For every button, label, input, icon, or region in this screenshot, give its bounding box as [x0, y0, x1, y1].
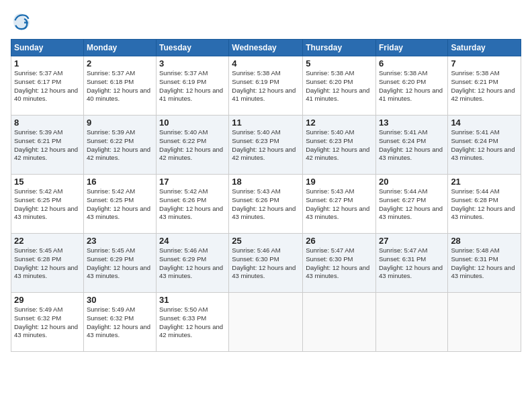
day-number: 17 — [159, 177, 226, 187]
calendar-cell: 31 Sunrise: 5:50 AM Sunset: 6:33 PM Dayl… — [157, 293, 229, 352]
calendar-table: SundayMondayTuesdayWednesdayThursdayFrid… — [11, 39, 521, 352]
calendar-cell: 29 Sunrise: 5:49 AM Sunset: 6:32 PM Dayl… — [11, 293, 84, 352]
day-info: Sunrise: 5:50 AM Sunset: 6:33 PM Dayligh… — [159, 306, 226, 340]
day-info: Sunrise: 5:39 AM Sunset: 6:21 PM Dayligh… — [14, 128, 81, 163]
calendar-cell: 15 Sunrise: 5:42 AM Sunset: 6:25 PM Dayl… — [11, 175, 84, 234]
day-header-sunday: Sunday — [11, 40, 84, 56]
day-number: 21 — [451, 177, 518, 187]
day-info: Sunrise: 5:42 AM Sunset: 6:25 PM Dayligh… — [87, 187, 153, 222]
calendar-header-row: SundayMondayTuesdayWednesdayThursdayFrid… — [11, 40, 521, 56]
day-number: 27 — [379, 236, 445, 246]
calendar-cell: 20 Sunrise: 5:44 AM Sunset: 6:27 PM Dayl… — [375, 175, 447, 234]
day-info: Sunrise: 5:46 AM Sunset: 6:29 PM Dayligh… — [159, 246, 226, 281]
calendar-cell: 11 Sunrise: 5:40 AM Sunset: 6:23 PM Dayl… — [229, 116, 303, 175]
calendar-cell: 13 Sunrise: 5:41 AM Sunset: 6:24 PM Dayl… — [375, 116, 447, 175]
day-number: 4 — [232, 58, 300, 68]
day-info: Sunrise: 5:44 AM Sunset: 6:27 PM Dayligh… — [379, 187, 445, 222]
calendar-cell: 10 Sunrise: 5:40 AM Sunset: 6:22 PM Dayl… — [157, 116, 229, 175]
calendar-cell: 14 Sunrise: 5:41 AM Sunset: 6:24 PM Dayl… — [448, 116, 521, 175]
day-info: Sunrise: 5:40 AM Sunset: 6:23 PM Dayligh… — [232, 128, 300, 163]
calendar-cell: 30 Sunrise: 5:49 AM Sunset: 6:32 PM Dayl… — [83, 293, 156, 352]
calendar-week-4: 22 Sunrise: 5:45 AM Sunset: 6:28 PM Dayl… — [11, 234, 521, 293]
day-number: 11 — [232, 118, 300, 128]
calendar-cell: 6 Sunrise: 5:38 AM Sunset: 6:20 PM Dayli… — [375, 56, 447, 116]
calendar-cell: 4 Sunrise: 5:38 AM Sunset: 6:19 PM Dayli… — [229, 56, 303, 116]
calendar-cell — [229, 293, 303, 352]
day-info: Sunrise: 5:41 AM Sunset: 6:24 PM Dayligh… — [451, 128, 518, 163]
day-header-thursday: Thursday — [303, 40, 376, 56]
day-number: 7 — [451, 58, 518, 68]
calendar-week-3: 15 Sunrise: 5:42 AM Sunset: 6:25 PM Dayl… — [11, 175, 521, 234]
day-info: Sunrise: 5:37 AM Sunset: 6:19 PM Dayligh… — [159, 69, 226, 103]
day-info: Sunrise: 5:40 AM Sunset: 6:23 PM Dayligh… — [306, 128, 373, 163]
day-number: 26 — [306, 236, 373, 246]
day-number: 20 — [379, 177, 445, 187]
day-number: 9 — [87, 118, 153, 128]
calendar-cell: 26 Sunrise: 5:47 AM Sunset: 6:30 PM Dayl… — [303, 234, 376, 293]
logo — [11, 11, 35, 32]
day-info: Sunrise: 5:39 AM Sunset: 6:22 PM Dayligh… — [87, 128, 153, 163]
calendar-cell: 12 Sunrise: 5:40 AM Sunset: 6:23 PM Dayl… — [303, 116, 376, 175]
calendar-cell: 23 Sunrise: 5:45 AM Sunset: 6:29 PM Dayl… — [83, 234, 156, 293]
day-info: Sunrise: 5:45 AM Sunset: 6:29 PM Dayligh… — [87, 246, 153, 281]
day-info: Sunrise: 5:43 AM Sunset: 6:27 PM Dayligh… — [306, 187, 373, 222]
day-number: 22 — [14, 236, 81, 246]
day-number: 3 — [159, 58, 226, 68]
day-info: Sunrise: 5:47 AM Sunset: 6:30 PM Dayligh… — [306, 246, 373, 281]
day-header-saturday: Saturday — [448, 40, 521, 56]
day-header-tuesday: Tuesday — [157, 40, 229, 56]
day-info: Sunrise: 5:38 AM Sunset: 6:21 PM Dayligh… — [451, 69, 518, 103]
day-number: 14 — [451, 118, 518, 128]
day-number: 28 — [451, 236, 518, 246]
day-header-friday: Friday — [375, 40, 447, 56]
day-number: 24 — [159, 236, 226, 246]
calendar-cell — [375, 293, 447, 352]
calendar-cell: 17 Sunrise: 5:42 AM Sunset: 6:26 PM Dayl… — [157, 175, 229, 234]
calendar-cell: 3 Sunrise: 5:37 AM Sunset: 6:19 PM Dayli… — [157, 56, 229, 116]
day-info: Sunrise: 5:49 AM Sunset: 6:32 PM Dayligh… — [87, 306, 153, 340]
day-info: Sunrise: 5:38 AM Sunset: 6:19 PM Dayligh… — [232, 69, 300, 103]
calendar-cell: 7 Sunrise: 5:38 AM Sunset: 6:21 PM Dayli… — [448, 56, 521, 116]
day-info: Sunrise: 5:37 AM Sunset: 6:17 PM Dayligh… — [14, 69, 81, 103]
calendar-cell: 19 Sunrise: 5:43 AM Sunset: 6:27 PM Dayl… — [303, 175, 376, 234]
calendar-cell: 28 Sunrise: 5:48 AM Sunset: 6:31 PM Dayl… — [448, 234, 521, 293]
day-info: Sunrise: 5:48 AM Sunset: 6:31 PM Dayligh… — [451, 246, 518, 281]
calendar-cell: 21 Sunrise: 5:44 AM Sunset: 6:28 PM Dayl… — [448, 175, 521, 234]
day-number: 18 — [232, 177, 300, 187]
day-number: 5 — [306, 58, 373, 68]
day-number: 30 — [87, 295, 153, 305]
day-number: 6 — [379, 58, 445, 68]
day-info: Sunrise: 5:38 AM Sunset: 6:20 PM Dayligh… — [379, 69, 445, 103]
day-number: 31 — [159, 295, 226, 305]
day-info: Sunrise: 5:43 AM Sunset: 6:26 PM Dayligh… — [232, 187, 300, 222]
day-info: Sunrise: 5:46 AM Sunset: 6:30 PM Dayligh… — [232, 246, 300, 281]
day-info: Sunrise: 5:45 AM Sunset: 6:28 PM Dayligh… — [14, 246, 81, 281]
day-info: Sunrise: 5:42 AM Sunset: 6:25 PM Dayligh… — [14, 187, 81, 222]
day-info: Sunrise: 5:44 AM Sunset: 6:28 PM Dayligh… — [451, 187, 518, 222]
day-number: 16 — [87, 177, 153, 187]
day-info: Sunrise: 5:42 AM Sunset: 6:26 PM Dayligh… — [159, 187, 226, 222]
calendar-cell: 1 Sunrise: 5:37 AM Sunset: 6:17 PM Dayli… — [11, 56, 84, 116]
day-number: 2 — [87, 58, 153, 68]
calendar-cell: 2 Sunrise: 5:37 AM Sunset: 6:18 PM Dayli… — [83, 56, 156, 116]
day-info: Sunrise: 5:49 AM Sunset: 6:32 PM Dayligh… — [14, 306, 81, 340]
calendar-cell — [448, 293, 521, 352]
calendar-cell: 25 Sunrise: 5:46 AM Sunset: 6:30 PM Dayl… — [229, 234, 303, 293]
calendar-week-1: 1 Sunrise: 5:37 AM Sunset: 6:17 PM Dayli… — [11, 56, 521, 116]
day-number: 12 — [306, 118, 373, 128]
calendar-week-2: 8 Sunrise: 5:39 AM Sunset: 6:21 PM Dayli… — [11, 116, 521, 175]
day-number: 15 — [14, 177, 81, 187]
day-info: Sunrise: 5:37 AM Sunset: 6:18 PM Dayligh… — [87, 69, 153, 103]
day-number: 25 — [232, 236, 300, 246]
calendar-cell: 8 Sunrise: 5:39 AM Sunset: 6:21 PM Dayli… — [11, 116, 84, 175]
calendar-cell: 27 Sunrise: 5:47 AM Sunset: 6:31 PM Dayl… — [375, 234, 447, 293]
calendar-cell: 5 Sunrise: 5:38 AM Sunset: 6:20 PM Dayli… — [303, 56, 376, 116]
header — [11, 11, 521, 32]
day-number: 13 — [379, 118, 445, 128]
day-number: 1 — [14, 58, 81, 68]
calendar-cell — [303, 293, 376, 352]
day-number: 10 — [159, 118, 226, 128]
calendar-cell: 16 Sunrise: 5:42 AM Sunset: 6:25 PM Dayl… — [83, 175, 156, 234]
day-info: Sunrise: 5:40 AM Sunset: 6:22 PM Dayligh… — [159, 128, 226, 163]
logo-icon — [11, 11, 32, 32]
